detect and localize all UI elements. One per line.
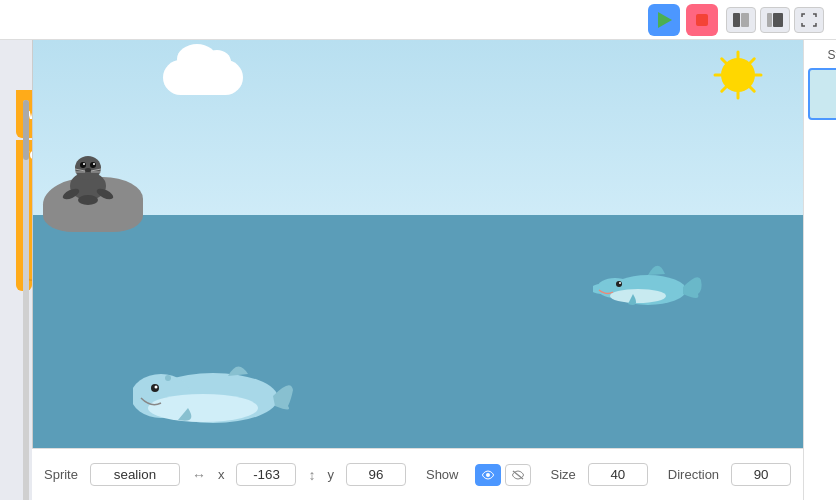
big-stage-icon [767,13,783,27]
stop-icon [694,12,710,28]
sun-rays [713,50,763,100]
fullscreen-icon [801,13,817,27]
main-area: when s ▼ key pressed repeat 10 [0,40,836,500]
scrollbar-track [23,100,29,500]
stage-area: Sprite ↔ x ↕ y Show [32,40,803,500]
show-button[interactable] [475,464,501,486]
svg-line-20 [722,59,726,63]
dolphin-sprite [593,252,703,322]
svg-rect-2 [733,13,740,27]
svg-point-26 [93,163,95,165]
svg-line-18 [722,87,726,91]
blocks-panel: when s ▼ key pressed repeat 10 [0,40,32,500]
svg-point-47 [486,473,490,477]
sun [713,50,763,100]
svg-rect-4 [767,13,772,27]
sprite-name-input[interactable] [90,463,180,486]
cloud-1 [163,60,243,95]
direction-label: Direction [668,467,719,482]
svg-point-25 [83,163,85,165]
sky-background [33,40,803,224]
fullscreen-button[interactable] [794,7,824,33]
green-flag-button[interactable] [648,4,680,36]
svg-point-34 [78,195,98,205]
stage-thumbnail[interactable] [808,68,836,120]
svg-point-46 [165,375,171,381]
svg-point-38 [616,281,622,287]
top-bar [0,0,836,40]
sprite-label: Sprite [44,467,78,482]
direction-input[interactable] [731,463,791,486]
cloud-top-bump2 [203,50,231,74]
size-label: Size [551,467,576,482]
big-stage-button[interactable] [760,7,790,33]
small-stage-icon [733,13,749,27]
svg-point-23 [80,162,86,168]
show-hide-buttons [475,464,531,486]
playback-controls [648,4,718,36]
hide-button[interactable] [505,464,531,486]
svg-point-40 [610,289,666,303]
svg-line-14 [750,59,754,63]
stage-title: Stage [827,48,836,62]
eye-icon [481,470,495,480]
right-panel: Stage [803,40,836,500]
blocks-scrollbar[interactable] [22,40,30,500]
svg-point-27 [85,168,91,172]
y-label: y [327,467,334,482]
eye-slash-icon [511,469,525,481]
svg-line-16 [750,87,754,91]
xy-icon: ↔ [192,467,206,483]
svg-rect-3 [741,13,749,27]
y-axis-icon: ↕ [308,467,315,483]
sprite-info-bar: Sprite ↔ x ↕ y Show [32,448,803,500]
sprite-thumbnail [0,90,2,135]
svg-point-43 [148,394,258,422]
svg-point-45 [155,386,158,389]
stop-button[interactable] [686,4,718,36]
view-buttons [726,7,824,33]
whale-sprite [133,348,293,428]
x-input[interactable] [236,463,296,486]
svg-rect-1 [696,14,708,26]
seal-sprite [53,142,123,202]
stage-canvas [32,40,803,448]
svg-point-24 [90,162,96,168]
svg-point-39 [619,282,621,284]
size-input[interactable] [588,463,648,486]
x-label: x [218,467,225,482]
small-stage-button[interactable] [726,7,756,33]
show-label: Show [426,467,459,482]
scrollbar-thumb[interactable] [23,100,29,160]
y-input[interactable] [346,463,406,486]
svg-rect-5 [773,13,783,27]
green-flag-icon [654,10,674,30]
svg-marker-0 [658,12,672,28]
